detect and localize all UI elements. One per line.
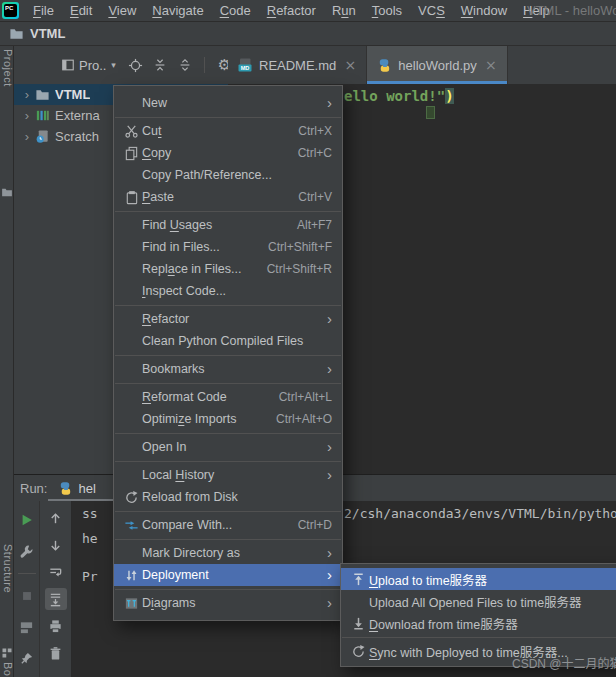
menu-item-copy-path-reference[interactable]: Copy Path/Reference... xyxy=(114,164,342,186)
submenu-arrow-icon: › xyxy=(313,570,332,580)
replace-in-files-label: Replace in Files... xyxy=(142,262,241,276)
menubar-item-refactor[interactable]: Refactor xyxy=(259,0,324,22)
menubar-item-view[interactable]: View xyxy=(100,0,144,22)
locate-icon xyxy=(127,57,143,73)
scrollend-button[interactable] xyxy=(45,588,67,610)
reload-icon xyxy=(123,489,139,505)
menubar-item-run[interactable]: Run xyxy=(324,0,364,22)
submenu-item-download-from-server[interactable]: Download from time服务器 xyxy=(341,612,616,634)
arrow-down-button[interactable] xyxy=(45,534,67,556)
console-line: ss xyxy=(82,506,98,521)
menu-item-deployment[interactable]: Deployment› xyxy=(114,564,342,586)
menu-item-local-history[interactable]: Local History› xyxy=(114,464,342,486)
compare-with-label: Compare With... xyxy=(142,518,232,532)
menu-item-new[interactable]: New› xyxy=(114,92,342,114)
submenu-arrow-icon: › xyxy=(313,470,332,480)
find-in-files-shortcut: Ctrl+Shift+F xyxy=(254,240,332,254)
download-icon xyxy=(350,615,366,631)
tab-readme[interactable]: MD README.md × xyxy=(228,46,367,84)
arrow-up-button[interactable] xyxy=(45,507,67,529)
menu-item-paste[interactable]: PasteCtrl+V xyxy=(114,186,342,208)
menu-item-copy[interactable]: CopyCtrl+C xyxy=(114,142,342,164)
inspect-code-label: Inspect Code... xyxy=(142,284,226,298)
layout-button[interactable] xyxy=(16,616,38,638)
diagrams-label: Diagrams xyxy=(142,596,196,610)
collapse-all-button[interactable] xyxy=(177,57,193,73)
close-icon[interactable]: × xyxy=(342,57,358,73)
menubar-item-tools[interactable]: Tools xyxy=(364,0,410,22)
menu-item-cut[interactable]: CutCtrl+X xyxy=(114,120,342,142)
stripe-project-label[interactable]: Project xyxy=(0,49,14,87)
optimize-imports-label: Optimize Imports xyxy=(142,412,236,426)
menu-item-clean-python-compiled-files[interactable]: Clean Python Compiled Files xyxy=(114,330,342,352)
menu-item-optimize-imports[interactable]: Optimize ImportsCtrl+Alt+O xyxy=(114,408,342,430)
stripe-bookmarks-label[interactable]: Bookmarks xyxy=(0,662,14,677)
menu-item-compare-with[interactable]: Compare With...Ctrl+D xyxy=(114,514,342,536)
tab-readme-label: README.md xyxy=(259,58,336,73)
paste-icon xyxy=(120,189,142,205)
chevron-right-icon[interactable]: › xyxy=(20,129,34,144)
compare-icon xyxy=(120,517,142,533)
edit-label: Edit xyxy=(70,3,92,18)
find-in-files-label: Find in Files... xyxy=(142,240,220,254)
project-view-selector[interactable]: Pro.. ▾ xyxy=(60,57,117,73)
menu-item-replace-in-files[interactable]: Replace in Files...Ctrl+Shift+R xyxy=(114,258,342,280)
menubar-item-vcs[interactable]: VCS xyxy=(410,0,453,22)
softwrap-button[interactable] xyxy=(45,561,67,583)
menu-item-find-in-files[interactable]: Find in Files...Ctrl+Shift+F xyxy=(114,236,342,258)
file-label: File xyxy=(33,3,54,18)
tree-item-label: VTML xyxy=(55,87,90,102)
svg-text:MD: MD xyxy=(241,65,250,71)
library-icon xyxy=(34,108,50,124)
wrench-button[interactable] xyxy=(16,540,38,562)
trash-button[interactable] xyxy=(45,642,67,664)
menu-item-reformat-code[interactable]: Reformat CodeCtrl+Alt+L xyxy=(114,386,342,408)
cut-icon xyxy=(123,123,139,139)
menubar-item-window[interactable]: Window xyxy=(453,0,515,22)
markdown-icon: MD xyxy=(237,57,253,73)
menubar-item-file[interactable]: File xyxy=(25,0,62,22)
wrench-icon xyxy=(19,543,35,559)
paste-label: Paste xyxy=(142,190,174,204)
upload-icon xyxy=(350,571,366,587)
expand-all-button[interactable] xyxy=(152,57,168,73)
run-button[interactable] xyxy=(16,509,38,531)
breadcrumb-project[interactable]: VTML xyxy=(30,26,65,41)
menubar-item-code[interactable]: Code xyxy=(212,0,259,22)
menu-item-reload-from-disk[interactable]: Reload from Disk xyxy=(114,486,342,508)
folder-icon xyxy=(8,26,24,42)
replace-in-files-shortcut: Ctrl+Shift+R xyxy=(253,262,332,276)
menu-item-inspect-code[interactable]: Inspect Code... xyxy=(114,280,342,302)
menu-item-open-in[interactable]: Open In› xyxy=(114,436,342,458)
pycharm-logo-text: PC xyxy=(4,4,17,17)
arrow-down-icon xyxy=(48,537,64,553)
menu-item-find-usages[interactable]: Find UsagesAlt+F7 xyxy=(114,214,342,236)
close-icon[interactable]: × xyxy=(483,57,499,73)
chevron-right-icon[interactable]: › xyxy=(20,108,34,123)
reload-from-disk-label: Reload from Disk xyxy=(142,490,238,504)
menu-item-diagrams[interactable]: Diagrams› xyxy=(114,592,342,614)
bookmarks-label: Bookmarks xyxy=(142,362,205,376)
mark-directory-as-label: Mark Directory as xyxy=(142,546,240,560)
pin-button[interactable] xyxy=(16,647,38,669)
printer-button[interactable] xyxy=(45,615,67,637)
menu-item-mark-directory-as[interactable]: Mark Directory as› xyxy=(114,542,342,564)
upload-icon xyxy=(347,571,369,587)
context-menu: New›CutCtrl+XCopyCtrl+CCopy Path/Referen… xyxy=(113,85,343,621)
menu-item-bookmarks[interactable]: Bookmarks› xyxy=(114,358,342,380)
run-icon xyxy=(19,512,35,528)
submenu-item-upload-to-server[interactable]: Upload to time服务器 xyxy=(341,568,616,590)
stripe-structure-label[interactable]: Structure xyxy=(0,544,14,593)
locate-button[interactable] xyxy=(127,57,143,73)
run-tab-label[interactable]: hel xyxy=(78,481,95,496)
run-label: Run: xyxy=(20,481,47,496)
menu-item-refactor[interactable]: Refactor› xyxy=(114,308,342,330)
submenu-item-upload-all-opened-files[interactable]: Upload All Opened Files to time服务器 xyxy=(341,590,616,612)
tab-helloworld[interactable]: helloWorld.py × xyxy=(367,46,508,84)
console-interpreter-path: 2/csh/anaconda3/envs/VTML/bin/pytho xyxy=(344,506,616,521)
menubar-item-edit[interactable]: Edit xyxy=(62,0,100,22)
menubar-item-navigate[interactable]: Navigate xyxy=(144,0,211,22)
stop-button[interactable] xyxy=(16,585,38,607)
chevron-down-icon: ▾ xyxy=(109,57,117,73)
chevron-right-icon[interactable]: › xyxy=(20,87,34,102)
